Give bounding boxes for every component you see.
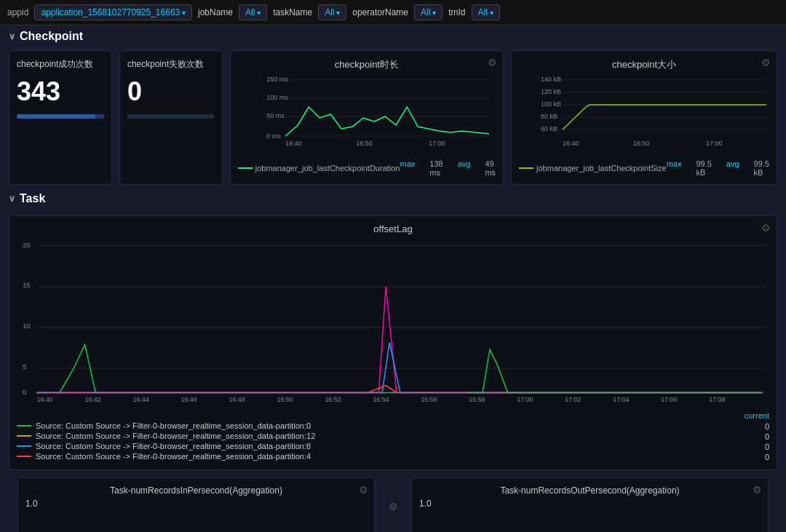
legend-item-3: Source: Custom Source -> Filter-0-browse… — [17, 452, 769, 462]
svg-text:0 ms: 0 ms — [266, 132, 281, 140]
checkpoint-failure-title: checkpoint失败次数 — [127, 58, 215, 71]
duration-max-value: 138 ms — [429, 159, 442, 177]
svg-text:17:00: 17:00 — [706, 140, 723, 147]
svg-text:16:48: 16:48 — [229, 396, 245, 403]
bottom-row: ⚙ Task-numRecordsInPersecond(Aggregation… — [9, 477, 777, 532]
svg-text:16:52: 16:52 — [325, 396, 341, 403]
checkpoint-title[interactable]: Checkpoint — [9, 30, 777, 43]
legend-item-1: Source: Custom Source -> Filter-0-browse… — [17, 432, 769, 442]
svg-text:10: 10 — [23, 322, 31, 330]
checkpoint-row: checkpoint成功次数 343 checkpoint失败次数 0 ⚙ ch… — [9, 50, 777, 185]
size-settings-icon[interactable]: ⚙ — [761, 57, 771, 68]
size-legend-right: max 99.5 kB avg 99.5 kB — [667, 159, 769, 177]
svg-text:120 kB: 120 kB — [541, 88, 561, 95]
checkpoint-success-card: checkpoint成功次数 343 — [9, 50, 112, 185]
checkpoint-duration-card: ⚙ checkpoint时长 150 ms 100 ms 50 ms 0 ms … — [230, 50, 504, 185]
legend-text-0: Source: Custom Source -> Filter-0-browse… — [36, 421, 311, 430]
duration-legend-left: jobmanager_job_lastCheckpointDuration — [238, 164, 400, 172]
checkpoint-size-card: ⚙ checkpoint大小 140 kB 120 kB 100 kB 80 k… — [511, 50, 777, 185]
bottom-right-card: ⚙ Task-numRecordsOutPersecond(Aggregatio… — [411, 477, 769, 532]
svg-text:80 kB: 80 kB — [541, 113, 557, 120]
center-gear-icon[interactable]: ⚙ — [389, 501, 398, 512]
checkpoint-failure-card: checkpoint失败次数 0 — [119, 50, 223, 185]
legend-color-3 — [17, 456, 31, 457]
svg-text:60 kB: 60 kB — [541, 125, 557, 132]
bottom-left-title: Task-numRecordsInPersecond(Aggregation) — [25, 485, 367, 496]
tmid-filter[interactable]: All — [472, 4, 500, 20]
header: appid application_1568102770925_16663 jo… — [0, 0, 786, 25]
size-avg-label: avg — [726, 159, 739, 177]
duration-chart-title: checkpoint时长 — [238, 58, 496, 71]
operatorname-filter[interactable]: All — [414, 4, 442, 20]
offsetlag-card: ⚙ offsetLag 20 15 10 5 0 16:40 16:42 16:… — [9, 215, 777, 470]
legend-item-label-0: Source: Custom Source -> Filter-0-browse… — [17, 421, 311, 430]
legend-item-0: Source: Custom Source -> Filter-0-browse… — [17, 421, 769, 432]
svg-text:17:04: 17:04 — [613, 396, 629, 403]
bottom-left-settings-icon[interactable]: ⚙ — [359, 484, 368, 496]
offsetlag-settings-icon[interactable]: ⚙ — [761, 222, 771, 234]
taskname-label: taskName — [273, 7, 312, 17]
size-legend-left: jobmanager_job_lastCheckpointSize — [519, 164, 667, 172]
current-header: current — [745, 411, 769, 420]
size-chart-title: checkpoint大小 — [519, 58, 769, 71]
duration-svg: 150 ms 100 ms 50 ms 0 ms 16:40 16:50 17:… — [238, 74, 496, 154]
svg-text:0: 0 — [23, 388, 27, 396]
bottom-left-value: 1.0 — [25, 499, 367, 509]
duration-avg-value: 49 ms — [485, 159, 496, 177]
duration-chart-area: 150 ms 100 ms 50 ms 0 ms 16:40 16:50 17:… — [238, 74, 496, 156]
bottom-right-value: 1.0 — [419, 499, 761, 509]
duration-max-label: max — [400, 159, 416, 177]
current-val-0: 0 — [765, 422, 769, 431]
task-title[interactable]: Task — [9, 189, 777, 208]
svg-text:17:02: 17:02 — [565, 396, 581, 403]
svg-text:16:50: 16:50 — [277, 396, 293, 403]
appid-value[interactable]: application_1568102770925_16663 — [34, 4, 192, 20]
legend-header-row: current — [17, 411, 769, 421]
tmid-label: tmId — [448, 7, 465, 17]
bottom-right-settings-icon[interactable]: ⚙ — [753, 484, 762, 496]
offsetlag-legend: current Source: Custom Source -> Filter-… — [17, 411, 769, 462]
svg-text:17:08: 17:08 — [709, 396, 725, 403]
svg-text:20: 20 — [23, 241, 31, 249]
duration-legend-dot — [238, 167, 253, 169]
operatorname-label: operatorName — [352, 7, 408, 17]
size-max-label: max — [667, 159, 682, 177]
checkpoint-section: Checkpoint checkpoint成功次数 343 checkpoint… — [0, 25, 786, 189]
svg-text:16:40: 16:40 — [37, 396, 53, 403]
legend-item-label-1: Source: Custom Source -> Filter-0-browse… — [17, 432, 315, 440]
size-svg: 140 kB 120 kB 100 kB 80 kB 60 kB 16:40 1… — [519, 74, 769, 154]
svg-text:16:56: 16:56 — [421, 396, 437, 403]
checkpoint-success-bar-fill — [17, 114, 95, 119]
jobname-filter[interactable]: All — [239, 4, 267, 20]
svg-text:17:00: 17:00 — [517, 396, 533, 403]
legend-color-2 — [17, 445, 31, 447]
checkpoint-success-value: 343 — [17, 76, 104, 107]
legend-text-2: Source: Custom Source -> Filter-0-browse… — [36, 442, 311, 450]
offsetlag-title: offsetLag — [17, 223, 769, 234]
checkpoint-failure-bar — [127, 114, 215, 119]
svg-text:17:00: 17:00 — [429, 140, 445, 147]
bottom-right-title: Task-numRecordsOutPersecond(Aggregation) — [419, 485, 761, 496]
task-section: Task ⚙ offsetLag 20 15 10 5 0 16:40 16:4… — [0, 189, 786, 532]
offsetlag-svg: 20 15 10 5 0 16:40 16:42 16:44 16:46 16:… — [17, 237, 769, 405]
checkpoint-failure-value: 0 — [127, 76, 215, 107]
svg-text:150 ms: 150 ms — [266, 76, 288, 83]
center-icon-area: ⚙ — [382, 477, 404, 532]
legend-item-2: Source: Custom Source -> Filter-0-browse… — [17, 442, 769, 452]
duration-avg-label: avg — [458, 159, 471, 177]
checkpoint-success-bar — [17, 114, 104, 119]
svg-text:5: 5 — [23, 362, 27, 370]
svg-text:15: 15 — [23, 281, 31, 289]
jobname-label: jobName — [198, 7, 233, 17]
svg-text:16:54: 16:54 — [373, 396, 389, 403]
taskname-filter[interactable]: All — [318, 4, 346, 20]
size-legend-dot — [519, 167, 533, 169]
duration-settings-icon[interactable]: ⚙ — [488, 57, 497, 68]
svg-text:16:42: 16:42 — [85, 396, 101, 403]
duration-legend-right: max 138 ms avg 49 ms — [400, 159, 496, 177]
svg-text:16:58: 16:58 — [469, 396, 485, 403]
svg-text:17:06: 17:06 — [661, 396, 677, 403]
duration-legend-label: jobmanager_job_lastCheckpointDuration — [255, 164, 400, 172]
svg-text:16:50: 16:50 — [633, 140, 650, 147]
legend-text-1: Source: Custom Source -> Filter-0-browse… — [36, 432, 315, 440]
